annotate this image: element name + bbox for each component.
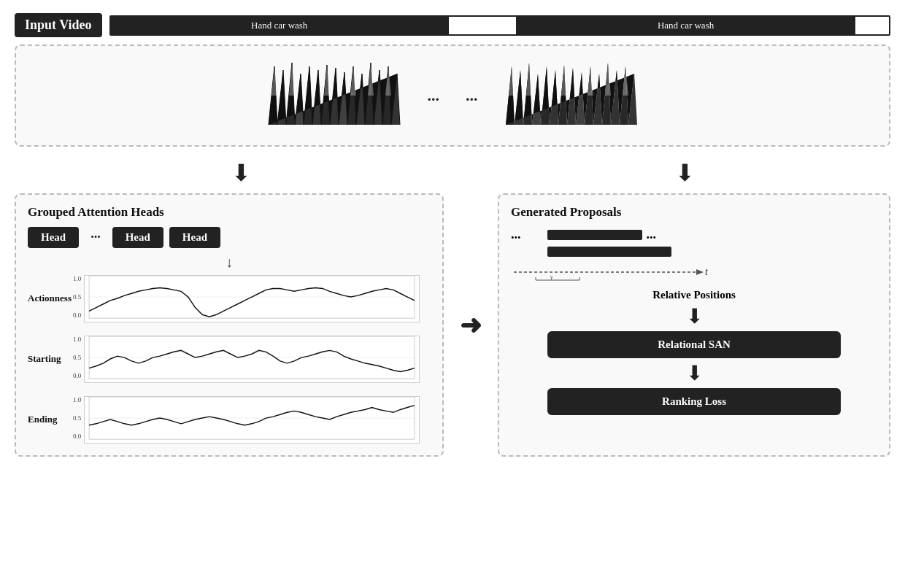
ending-y-axis: 1.00.50.0 bbox=[73, 396, 82, 440]
arrows-row: ⬇ ⬇ bbox=[15, 158, 890, 187]
heads-row: Head ··· Head Head bbox=[28, 227, 431, 248]
input-video-label: Input Video bbox=[15, 13, 102, 37]
main-container: Input Video Hand car wash Hand car wash bbox=[0, 0, 905, 588]
timeline-svg: t γ bbox=[514, 261, 718, 283]
svg-marker-39 bbox=[526, 63, 532, 96]
video-segment-2 bbox=[448, 17, 517, 34]
frames-row: ... ... bbox=[15, 45, 890, 147]
bottom-panels: Grouped Attention Heads Head ··· Head He… bbox=[15, 193, 890, 457]
ending-svg: 0 20 40 60 80 100 120 bbox=[84, 396, 420, 444]
left-arrow-down: ⬇ bbox=[231, 161, 251, 185]
svg-marker-42 bbox=[605, 63, 611, 96]
head-box-1: Head bbox=[28, 227, 79, 248]
svg-text:t: t bbox=[705, 266, 709, 277]
ranking-loss-box: Ranking Loss bbox=[547, 388, 841, 415]
actionness-label: Actionness bbox=[28, 293, 70, 304]
svg-marker-18 bbox=[324, 65, 330, 96]
head-box-2: Head bbox=[112, 227, 163, 248]
svg-marker-78 bbox=[696, 269, 704, 275]
starting-y-axis: 1.00.50.0 bbox=[73, 336, 82, 379]
flow-frames-right bbox=[498, 59, 644, 132]
svg-marker-19 bbox=[350, 66, 356, 96]
heads-dots: ··· bbox=[90, 230, 101, 245]
starting-label: Starting bbox=[28, 353, 70, 365]
svg-marker-41 bbox=[588, 66, 593, 96]
svg-text:γ: γ bbox=[550, 274, 553, 280]
right-panel: Generated Proposals ... ... bbox=[498, 193, 890, 457]
proposals-dots-left: ... bbox=[511, 227, 521, 242]
starting-chart-wrap: 1.00.50.0 0 20 40 60 bbox=[73, 336, 420, 383]
video-segment-1: Hand car wash bbox=[111, 17, 448, 34]
video-segment-4 bbox=[855, 17, 889, 34]
left-panel: Grouped Attention Heads Head ··· Head He… bbox=[15, 193, 444, 457]
proposals-dots-right: ... bbox=[647, 227, 657, 242]
svg-marker-38 bbox=[509, 66, 515, 96]
actionness-y-axis: 1.00.50.0 bbox=[73, 275, 82, 319]
frames-dots-1: ... bbox=[428, 86, 440, 105]
svg-marker-26 bbox=[532, 74, 541, 125]
actionness-chart-wrap: 1.00.50.0 0 20 bbox=[73, 275, 420, 322]
proposal-bar-1 bbox=[547, 230, 642, 240]
proposals-area: ... ... t bbox=[511, 227, 877, 283]
starting-chart: Starting 1.00.50.0 0 bbox=[28, 336, 431, 383]
ending-label: Ending bbox=[28, 414, 70, 425]
video-bar: Hand car wash Hand car wash bbox=[109, 15, 890, 36]
svg-marker-27 bbox=[541, 66, 550, 125]
small-arrow-1: ↓ bbox=[28, 254, 431, 271]
svg-marker-30 bbox=[567, 68, 576, 125]
actionness-svg: 0 20 40 60 80 100 120 bbox=[84, 275, 420, 322]
between-panels-arrow: ➜ bbox=[455, 310, 486, 341]
relative-positions-section: Relative Positions ⬇ Relational SAN ⬇ Ra… bbox=[511, 289, 877, 418]
relative-positions-label: Relative Positions bbox=[511, 289, 877, 301]
frames-dots-2: ... bbox=[466, 86, 478, 105]
ending-chart-wrap: 1.00.50.0 0 20 40 60 bbox=[73, 396, 420, 444]
starting-svg: 0 20 40 60 80 100 120 bbox=[84, 336, 420, 383]
right-arrow-down: ⬇ bbox=[675, 161, 695, 185]
rp-arrow-down: ⬇ bbox=[511, 304, 877, 328]
svg-marker-28 bbox=[550, 70, 558, 125]
svg-marker-40 bbox=[561, 65, 567, 96]
left-panel-title: Grouped Attention Heads bbox=[28, 205, 431, 220]
svg-marker-20 bbox=[368, 63, 374, 96]
video-segment-3: Hand car wash bbox=[517, 17, 854, 34]
svg-marker-17 bbox=[289, 63, 295, 96]
ending-chart: Ending 1.00.50.0 0 bbox=[28, 396, 431, 444]
rsan-arrow-down: ⬇ bbox=[511, 361, 877, 385]
relational-san-box: Relational SAN bbox=[547, 331, 841, 358]
actionness-chart: Actionness 1.00.50.0 bbox=[28, 275, 431, 322]
svg-marker-16 bbox=[272, 66, 277, 96]
right-panel-title: Generated Proposals bbox=[511, 205, 621, 220]
flow-frames-left bbox=[261, 59, 407, 132]
head-box-3: Head bbox=[169, 227, 220, 248]
svg-marker-24 bbox=[515, 70, 523, 125]
proposal-bar-2 bbox=[547, 247, 671, 257]
input-video-row: Input Video Hand car wash Hand car wash bbox=[15, 13, 890, 37]
